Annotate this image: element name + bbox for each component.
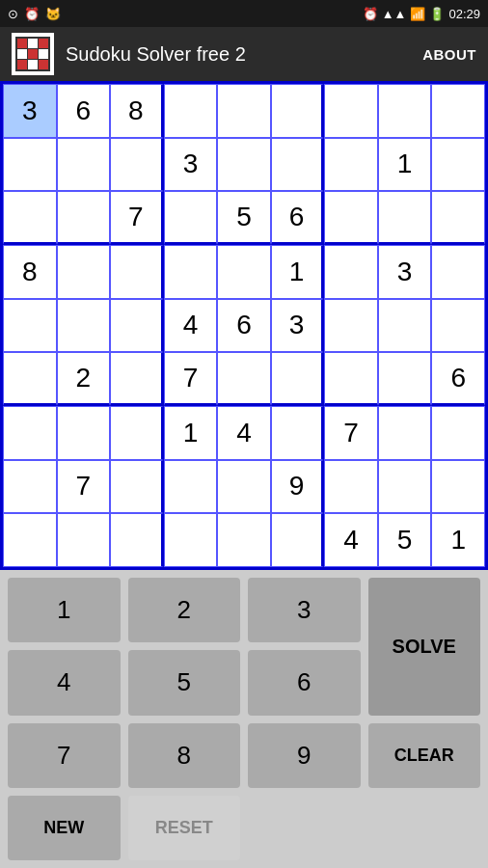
grid-cell-1-3[interactable]: 3: [164, 138, 218, 192]
grid-cell-5-2[interactable]: [110, 352, 164, 406]
grid-cell-0-0[interactable]: 3: [3, 84, 57, 138]
grid-cell-4-3[interactable]: 4: [164, 299, 218, 353]
grid-cell-3-8[interactable]: [431, 245, 485, 299]
grid-cell-6-8[interactable]: [431, 406, 485, 460]
key-8[interactable]: 8: [128, 723, 241, 788]
grid-cell-1-6[interactable]: [324, 138, 378, 192]
grid-cell-7-5[interactable]: 9: [271, 460, 325, 514]
grid-cell-0-8[interactable]: [431, 84, 485, 138]
grid-cell-6-1[interactable]: [57, 406, 111, 460]
sudoku-container: 3683175681346327614779451: [0, 81, 488, 570]
grid-cell-5-6[interactable]: [324, 352, 378, 406]
grid-cell-8-4[interactable]: [217, 513, 271, 567]
grid-cell-7-8[interactable]: [431, 460, 485, 514]
grid-cell-0-3[interactable]: [164, 84, 218, 138]
key-1[interactable]: 1: [8, 578, 121, 642]
grid-cell-3-7[interactable]: 3: [378, 245, 432, 299]
grid-cell-2-3[interactable]: [164, 191, 218, 245]
grid-cell-5-7[interactable]: [378, 352, 432, 406]
grid-cell-3-1[interactable]: [57, 245, 111, 299]
grid-cell-7-2[interactable]: [110, 460, 164, 514]
grid-cell-7-4[interactable]: [217, 460, 271, 514]
grid-cell-5-4[interactable]: [217, 352, 271, 406]
grid-cell-2-8[interactable]: [431, 191, 485, 245]
grid-cell-6-3[interactable]: 1: [164, 406, 218, 460]
grid-cell-4-2[interactable]: [110, 299, 164, 353]
grid-cell-6-7[interactable]: [378, 406, 432, 460]
grid-cell-4-5[interactable]: 3: [271, 299, 325, 353]
grid-cell-2-1[interactable]: [57, 191, 111, 245]
grid-cell-8-0[interactable]: [3, 513, 57, 567]
reset-button[interactable]: RESET: [128, 796, 241, 860]
grid-cell-8-6[interactable]: 4: [324, 513, 378, 567]
grid-cell-5-3[interactable]: 7: [164, 352, 218, 406]
grid-cell-4-6[interactable]: [324, 299, 378, 353]
key-9[interactable]: 9: [248, 723, 361, 788]
grid-cell-0-5[interactable]: [271, 84, 325, 138]
grid-cell-3-3[interactable]: [164, 245, 218, 299]
grid-cell-7-0[interactable]: [3, 460, 57, 514]
alarm-icon: ⏰: [363, 7, 378, 21]
grid-cell-7-3[interactable]: [164, 460, 218, 514]
grid-cell-8-2[interactable]: [110, 513, 164, 567]
key-3[interactable]: 3: [248, 578, 361, 642]
grid-cell-3-6[interactable]: [324, 245, 378, 299]
grid-cell-6-5[interactable]: [271, 406, 325, 460]
solve-button[interactable]: SOLVE: [368, 578, 481, 716]
grid-cell-2-4[interactable]: 5: [217, 191, 271, 245]
grid-cell-0-1[interactable]: 6: [57, 84, 111, 138]
grid-cell-1-5[interactable]: [271, 138, 325, 192]
grid-cell-1-4[interactable]: [217, 138, 271, 192]
key-5[interactable]: 5: [128, 650, 241, 715]
keypad: 1 2 3 SOLVE 4 5 6 7 8 9 CLEAR NEW RESET: [0, 570, 488, 868]
grid-cell-0-2[interactable]: 8: [110, 84, 164, 138]
grid-cell-6-6[interactable]: 7: [324, 406, 378, 460]
grid-cell-6-4[interactable]: 4: [217, 406, 271, 460]
grid-cell-7-7[interactable]: [378, 460, 432, 514]
grid-cell-3-4[interactable]: [217, 245, 271, 299]
grid-cell-3-0[interactable]: 8: [3, 245, 57, 299]
grid-cell-4-1[interactable]: [57, 299, 111, 353]
grid-cell-8-1[interactable]: [57, 513, 111, 567]
grid-cell-2-0[interactable]: [3, 191, 57, 245]
grid-cell-1-7[interactable]: 1: [378, 138, 432, 192]
grid-cell-7-1[interactable]: 7: [57, 460, 111, 514]
grid-cell-5-8[interactable]: 6: [431, 352, 485, 406]
cat-icon: 🐱: [45, 7, 61, 21]
key-2[interactable]: 2: [128, 578, 241, 642]
grid-cell-2-2[interactable]: 7: [110, 191, 164, 245]
grid-cell-4-4[interactable]: 6: [217, 299, 271, 353]
key-6[interactable]: 6: [248, 650, 361, 715]
grid-cell-1-8[interactable]: [431, 138, 485, 192]
clear-button[interactable]: CLEAR: [368, 723, 481, 788]
grid-cell-4-8[interactable]: [431, 299, 485, 353]
about-button[interactable]: ABOUT: [422, 46, 476, 63]
title-left: Sudoku Solver free 2: [12, 33, 246, 75]
grid-cell-1-1[interactable]: [57, 138, 111, 192]
grid-cell-8-5[interactable]: [271, 513, 325, 567]
grid-cell-3-2[interactable]: [110, 245, 164, 299]
grid-cell-7-6[interactable]: [324, 460, 378, 514]
grid-cell-5-0[interactable]: [3, 352, 57, 406]
grid-cell-8-3[interactable]: [164, 513, 218, 567]
grid-cell-6-0[interactable]: [3, 406, 57, 460]
grid-cell-0-7[interactable]: [378, 84, 432, 138]
grid-cell-2-7[interactable]: [378, 191, 432, 245]
grid-cell-1-0[interactable]: [3, 138, 57, 192]
grid-cell-5-5[interactable]: [271, 352, 325, 406]
key-4[interactable]: 4: [8, 650, 121, 715]
grid-cell-4-7[interactable]: [378, 299, 432, 353]
new-button[interactable]: NEW: [8, 796, 121, 860]
grid-cell-2-6[interactable]: [324, 191, 378, 245]
grid-cell-5-1[interactable]: 2: [57, 352, 111, 406]
grid-cell-1-2[interactable]: [110, 138, 164, 192]
grid-cell-3-5[interactable]: 1: [271, 245, 325, 299]
grid-cell-2-5[interactable]: 6: [271, 191, 325, 245]
grid-cell-8-8[interactable]: 1: [431, 513, 485, 567]
grid-cell-6-2[interactable]: [110, 406, 164, 460]
grid-cell-0-4[interactable]: [217, 84, 271, 138]
grid-cell-8-7[interactable]: 5: [378, 513, 432, 567]
grid-cell-0-6[interactable]: [324, 84, 378, 138]
grid-cell-4-0[interactable]: [3, 299, 57, 353]
key-7[interactable]: 7: [8, 723, 121, 788]
